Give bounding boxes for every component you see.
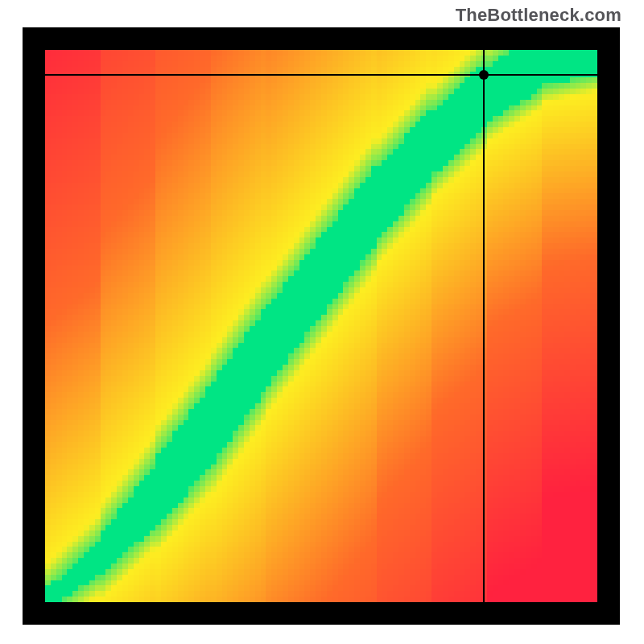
chart-stage: TheBottleneck.com [0, 0, 644, 644]
plot-frame [23, 27, 620, 625]
guide-vertical [483, 50, 485, 602]
heatmap-canvas [45, 50, 597, 602]
watermark-text: TheBottleneck.com [456, 5, 621, 26]
guide-horizontal [45, 74, 597, 76]
crosshair-marker [479, 70, 489, 80]
